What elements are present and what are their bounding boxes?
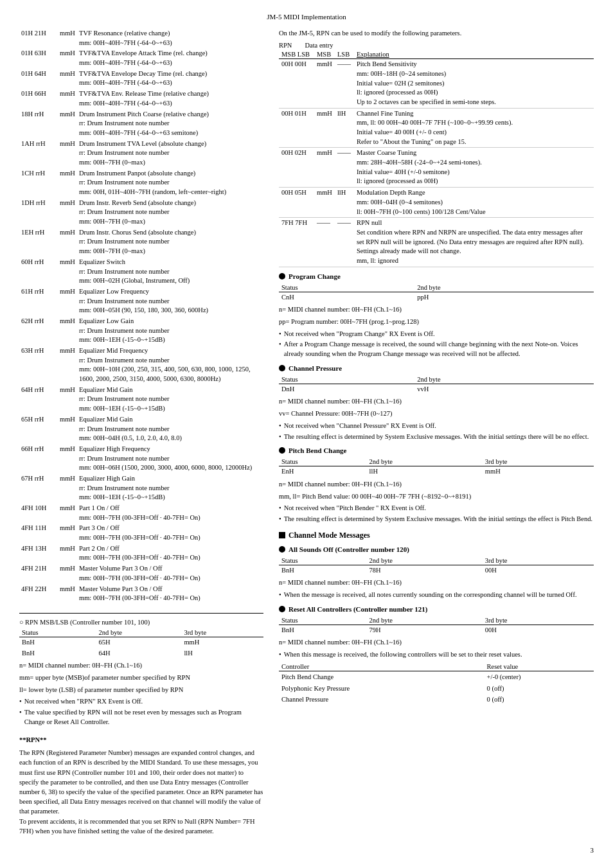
status-row: CnHppH bbox=[279, 292, 594, 303]
col-header: Status bbox=[279, 283, 414, 292]
row-description: Drum Instrument Pitch Coarse (relative c… bbox=[77, 109, 263, 139]
note-item: n= MIDI channel number: 0H~FH (Ch.1~16) bbox=[279, 638, 594, 648]
rpn-right-col-header: LSB bbox=[335, 50, 354, 59]
note-item: pp= Program number: 00H~7FH (prog.1~prog… bbox=[279, 317, 594, 327]
row-byte: mmH bbox=[58, 316, 77, 346]
status-row: EnHllHmmH bbox=[279, 466, 594, 477]
row-status: 01H 64H bbox=[19, 69, 58, 89]
table-row: 01H 21HmmHTVF Resonance (relative change… bbox=[19, 28, 263, 48]
explanation-cell: Master Coarse Tuning mm: 28H~40H~58H (-2… bbox=[354, 148, 594, 187]
table-row: 63H rrHmmHEqualizer Mid Frequency rr: Dr… bbox=[19, 346, 263, 385]
rpn-right-row: 00H 02HmmH——Master Coarse Tuning mm: 28H… bbox=[279, 148, 594, 187]
rpn-right-row: 00H 05HmmHllHModulation Depth Range mm: … bbox=[279, 188, 594, 218]
explanation-cell: Modulation Depth Range mm: 00H~04H (0~4 … bbox=[354, 188, 594, 218]
row-description: Equalizer Low Frequency rr: Drum Instrum… bbox=[77, 287, 263, 316]
table-row: 01H 66HmmHTVF&TVA Env. Release Time (rel… bbox=[19, 89, 263, 109]
data-entry-label: Data entry bbox=[305, 42, 333, 49]
aso-notes: n= MIDI channel number: 0H~FH (Ch.1~16) bbox=[279, 578, 594, 588]
program-change-header: Program Change bbox=[279, 272, 594, 280]
row-status: 66H rrH bbox=[19, 444, 58, 474]
table-row: 65H rrHmmHEqualizer Mid Gain rr: Drum In… bbox=[19, 414, 263, 444]
rpn-notes: n= MIDI channel number: 0H~FH (Ch.1~16)m… bbox=[19, 661, 263, 695]
rpn-bullet: The value specified by RPN will not be r… bbox=[19, 708, 263, 727]
table-row: 4FH 13HmmHPart 2 On / Off mm: 00H~7FH (0… bbox=[19, 544, 263, 563]
row-byte: mmH bbox=[58, 198, 77, 227]
rpn-note: mm= upper byte (MSB)of parameter number … bbox=[19, 673, 263, 683]
all-sounds-off-table: Status2nd byte3rd byte BnH78H00H bbox=[279, 556, 594, 576]
row-status: 18H rrH bbox=[19, 109, 58, 139]
row-description: Equalizer High Gain rr: Drum Instrument … bbox=[77, 474, 263, 503]
col-header: 3rd byte bbox=[483, 457, 594, 466]
table-row: 1AH rrHmmHDrum Instrument TVA Level (abs… bbox=[19, 139, 263, 168]
table-row: 61H rrHmmHEqualizer Low Frequency rr: Dr… bbox=[19, 287, 263, 316]
table-row: 4FH 11HmmHPart 3 On / Off mm: 00H~7FH (0… bbox=[19, 523, 263, 543]
status-row: BnH78H00H bbox=[279, 565, 594, 576]
table-row: 18H rrHmmHDrum Instrument Pitch Coarse (… bbox=[19, 109, 263, 139]
col-header: 2nd byte bbox=[367, 616, 483, 625]
ra-notes: n= MIDI channel number: 0H~FH (Ch.1~16) bbox=[279, 638, 594, 648]
explanation-cell: Pitch Bend Sensitivity mm: 00H~18H (0~24… bbox=[354, 59, 594, 108]
row-status: 64H rrH bbox=[19, 385, 58, 414]
row-byte: mmH bbox=[58, 48, 77, 68]
row-status: 4FH 11H bbox=[19, 523, 58, 543]
note-item: n= MIDI channel number: 0H~FH (Ch.1~16) bbox=[279, 480, 594, 490]
aso-bullets: When the message is received, all notes … bbox=[279, 590, 594, 600]
table-row: 1CH rrHmmHDrum Instrument Panpot (absolu… bbox=[19, 168, 263, 198]
row-byte: mmH bbox=[58, 584, 77, 604]
row-status: 01H 66H bbox=[19, 89, 58, 109]
rpn-col-header: 2nd byte bbox=[96, 628, 182, 637]
prog-notes: n= MIDI channel number: 0H~FH (Ch.1~16)p… bbox=[279, 305, 594, 326]
reset-row: Pitch Bend Change+/-0 (center) bbox=[279, 671, 594, 682]
pitch-bend-header: Pitch Bend Change bbox=[279, 447, 594, 454]
rpn-intro: On the JM-5, RPN can be used to modify t… bbox=[279, 28, 594, 38]
row-status: 4FH 22H bbox=[19, 584, 58, 604]
bullet-item: Not received when "Channel Pressure" RX … bbox=[279, 421, 594, 431]
row-description: Master Volume Part 3 On / Off mm: 00H~7F… bbox=[77, 563, 263, 583]
row-byte: mmH bbox=[58, 139, 77, 168]
row-byte: mmH bbox=[58, 287, 77, 316]
table-row: 1EH rrHmmHDrum Instr. Chorus Send (absol… bbox=[19, 227, 263, 257]
row-description: Equalizer Switch rr: Drum Instrument not… bbox=[77, 257, 263, 287]
rpn-bullets: Not received when "RPN" RX Event is Off.… bbox=[19, 697, 263, 727]
row-byte: mmH bbox=[58, 69, 77, 89]
program-change-table: Status2nd byte CnHppH bbox=[279, 283, 594, 303]
row-status: 63H rrH bbox=[19, 346, 58, 385]
row-status: 67H rrH bbox=[19, 474, 58, 503]
row-description: Part 1 On / Off mm: 00H~7FH (00-3FH=Off … bbox=[77, 503, 263, 523]
rpn-bullet: Not received when "RPN" RX Event is Off. bbox=[19, 697, 263, 707]
row-status: 61H rrH bbox=[19, 287, 58, 316]
row-description: Drum Instrument Panpot (absolute change)… bbox=[77, 168, 263, 198]
row-byte: mmH bbox=[58, 503, 77, 523]
row-status: 1CH rrH bbox=[19, 168, 58, 198]
main-table: 01H 21HmmHTVF Resonance (relative change… bbox=[19, 28, 263, 604]
row-status: 1AH rrH bbox=[19, 139, 58, 168]
rpn-row: BnH64HllH bbox=[19, 648, 263, 659]
row-description: Equalizer Mid Gain rr: Drum Instrument n… bbox=[77, 414, 263, 444]
col-header: 3rd byte bbox=[483, 556, 594, 565]
row-description: TVF&TVA Envelope Decay Time (rel. change… bbox=[77, 69, 263, 89]
row-byte: mmH bbox=[58, 563, 77, 583]
reset-values-table: ControllerReset value Pitch Bend Change+… bbox=[279, 662, 594, 705]
row-description: TVF&TVA Env. Release Time (relative chan… bbox=[77, 89, 263, 109]
row-description: Equalizer Mid Frequency rr: Drum Instrum… bbox=[77, 346, 263, 385]
rpn-section-title: ○ RPN MSB/LSB (Controller number 101, 10… bbox=[19, 619, 263, 626]
reset-all-table: Status2nd byte3rd byte BnH79H00H bbox=[279, 616, 594, 636]
row-status: 62H rrH bbox=[19, 316, 58, 346]
channel-mode-square bbox=[279, 532, 285, 538]
status-row: DnHvvH bbox=[279, 384, 594, 394]
left-column: 01H 21HmmHTVF Resonance (relative change… bbox=[19, 28, 263, 840]
table-row: 66H rrHmmHEqualizer High Frequency rr: D… bbox=[19, 444, 263, 474]
row-description: Master Volume Part 3 On / Off mm: 00H~7F… bbox=[77, 584, 263, 604]
reset-col-header: Controller bbox=[279, 662, 484, 671]
explanation-cell: Channel Fine Tuning mm, ll: 00 00H~40 00… bbox=[354, 108, 594, 147]
bullet-item: The resulting effect is determined by Sy… bbox=[279, 432, 594, 442]
rpn-right-col-header: MSB LSB bbox=[279, 50, 314, 59]
row-status: 01H 63H bbox=[19, 48, 58, 68]
row-byte: mmH bbox=[58, 474, 77, 503]
rpn-note-title: **RPN** bbox=[19, 736, 263, 745]
note-item: mm, ll= Pitch Bend value: 00 00H~40 00H~… bbox=[279, 492, 594, 502]
rpn-col-header: 3rd byte bbox=[181, 628, 263, 637]
status-row: BnH79H00H bbox=[279, 624, 594, 635]
bullet-item: When the message is received, all notes … bbox=[279, 590, 594, 600]
row-byte: mmH bbox=[58, 109, 77, 139]
